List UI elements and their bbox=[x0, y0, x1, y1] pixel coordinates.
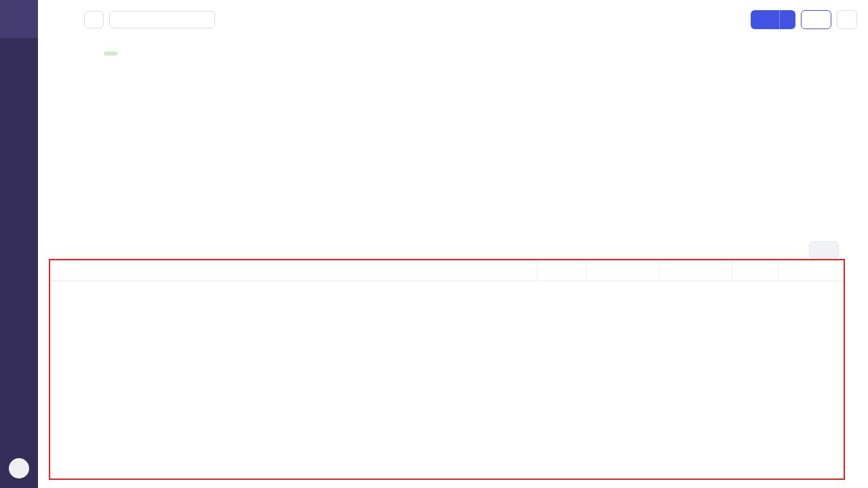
column-title bbox=[51, 262, 538, 281]
topbar bbox=[38, 0, 868, 39]
filter-tag[interactable] bbox=[104, 52, 117, 56]
manual-run-button[interactable] bbox=[751, 10, 779, 29]
more-actions-button[interactable] bbox=[837, 10, 857, 29]
table-view-icon bbox=[816, 245, 827, 255]
play-icon bbox=[759, 16, 766, 24]
main-content bbox=[38, 0, 868, 488]
app-root bbox=[0, 0, 868, 488]
filter-settings-icon[interactable] bbox=[223, 14, 235, 26]
runs-table bbox=[51, 261, 844, 281]
table-settings-icon[interactable] bbox=[847, 244, 859, 256]
column-assigned-to bbox=[732, 262, 778, 281]
manual-run-dropdown-button[interactable] bbox=[779, 10, 795, 29]
column-finished-at bbox=[778, 262, 844, 281]
filter-button[interactable] bbox=[84, 11, 104, 28]
chevron-down-icon bbox=[784, 16, 792, 24]
search-icon bbox=[115, 15, 125, 25]
runs-area-chart bbox=[39, 88, 827, 232]
menu-icon bbox=[12, 12, 26, 26]
search-input[interactable] bbox=[130, 16, 209, 24]
ellipsis-icon bbox=[842, 14, 852, 25]
column-tests-count bbox=[587, 262, 659, 281]
table-toolbar bbox=[809, 241, 859, 258]
menu-button[interactable] bbox=[0, 0, 38, 38]
search-box bbox=[109, 11, 215, 28]
user-avatar[interactable] bbox=[9, 458, 29, 479]
runs-status-report-button[interactable] bbox=[801, 10, 831, 29]
highlight-annotation bbox=[49, 259, 845, 480]
default-view-button[interactable] bbox=[809, 241, 839, 258]
column-status bbox=[659, 262, 732, 281]
manual-run-split-button bbox=[751, 10, 795, 29]
sidebar bbox=[0, 0, 38, 488]
runs-cycle-icon[interactable] bbox=[57, 47, 68, 59]
funnel-icon bbox=[88, 14, 100, 26]
table-header-row bbox=[51, 261, 844, 281]
filter-tabs-bar bbox=[57, 47, 117, 59]
sidebar-bottom bbox=[9, 448, 29, 488]
sparkle-plus-icon bbox=[809, 15, 819, 25]
column-labels bbox=[538, 262, 587, 281]
